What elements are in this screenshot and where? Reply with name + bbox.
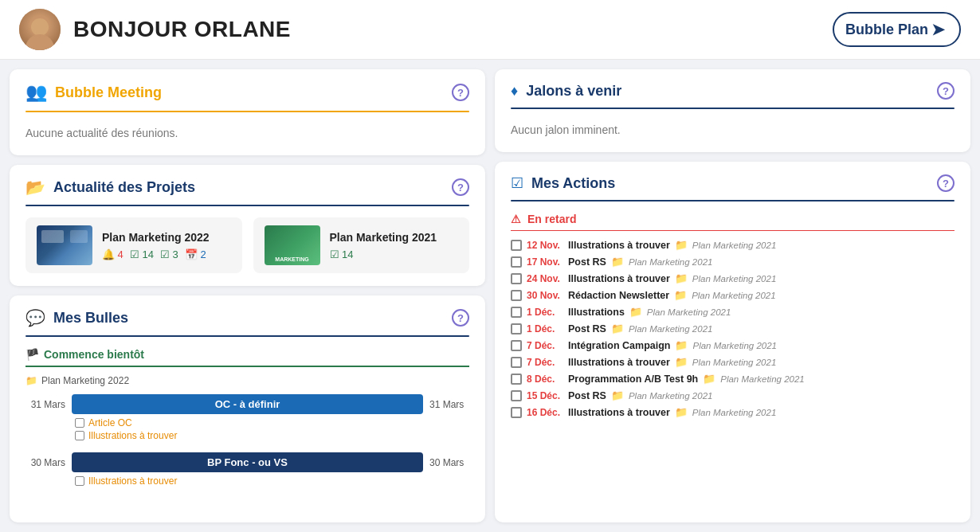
action-item-6[interactable]: 7 Déc. Intégration Campaign 📁 Plan Marke… xyxy=(511,338,955,353)
bulle-task-check-0-0[interactable] xyxy=(75,418,84,428)
action-folder-4: 📁 xyxy=(629,306,642,318)
action-check-7[interactable] xyxy=(511,357,522,368)
actions-divider xyxy=(511,200,955,201)
bulle-task-check-0-1[interactable] xyxy=(75,431,84,440)
action-date-8: 8 Déc. xyxy=(527,374,563,385)
jalons-title-group: ♦ Jalons à venir xyxy=(511,83,621,100)
bubble-meeting-divider xyxy=(25,111,469,112)
actions-checkbox-icon: ☑ xyxy=(511,174,523,192)
action-name-9: Post RS xyxy=(568,390,606,401)
bulle-task-0-0: Article OC xyxy=(72,417,423,428)
action-name-0: Illustrations à trouver xyxy=(568,240,670,251)
action-item-9[interactable]: 15 Déc. Post RS 📁 Plan Marketing 2021 xyxy=(511,388,955,403)
project-info-1: Plan Marketing 2021 ☑ 14 xyxy=(330,231,437,260)
bubble-meeting-help-button[interactable]: ? xyxy=(452,84,469,101)
action-item-5[interactable]: 1 Déc. Post RS 📁 Plan Marketing 2021 xyxy=(511,321,955,336)
project-card-1[interactable]: Plan Marketing 2021 ☑ 14 xyxy=(253,217,470,273)
actualite-help-button[interactable]: ? xyxy=(452,178,469,196)
logo-arrow-icon: ➤ xyxy=(931,20,945,39)
action-folder-6: 📁 xyxy=(675,339,688,351)
jalons-card: ♦ Jalons à venir ? Aucun jalon imminent. xyxy=(495,69,970,152)
project-thumbnail-1 xyxy=(265,225,320,265)
projects-grid: Plan Marketing 2022 🔔 4 ☑ 14 ☑ 3 📅 2 Pla… xyxy=(25,217,469,273)
action-name-6: Intégration Campaign xyxy=(568,340,670,351)
action-folder-9: 📁 xyxy=(611,389,624,401)
action-check-9[interactable] xyxy=(511,390,522,401)
action-project-10: Plan Marketing 2021 xyxy=(692,408,776,417)
bulle-task-text-0-1: Illustrations à trouver xyxy=(88,430,177,441)
action-folder-3: 📁 xyxy=(674,289,687,301)
action-check-6[interactable] xyxy=(511,340,522,351)
avatar-image xyxy=(19,9,61,50)
action-check-3[interactable] xyxy=(511,290,522,301)
action-date-4: 1 Déc. xyxy=(527,307,563,318)
action-check-10[interactable] xyxy=(511,407,522,418)
logo[interactable]: Bubble Plan ➤ xyxy=(833,12,961,47)
bulle-bar-1[interactable]: BP Fonc - ou VS xyxy=(72,452,423,472)
bulle-content-0: OC - à définir Article OC Illustrations … xyxy=(72,394,423,441)
bulles-title: Mes Bulles xyxy=(53,310,128,327)
bulle-task-check-1-0[interactable] xyxy=(75,476,84,486)
actualite-projets-card: 📂 Actualité des Projets ? Plan Marketing… xyxy=(10,165,485,286)
action-name-1: Post RS xyxy=(568,256,606,268)
action-check-2[interactable] xyxy=(511,273,522,284)
action-name-3: Rédaction Newsletter xyxy=(568,290,669,301)
bulle-date-end-1: 30 Mars xyxy=(429,452,469,468)
action-check-4[interactable] xyxy=(511,307,522,318)
action-date-7: 7 Déc. xyxy=(527,357,563,368)
action-date-6: 7 Déc. xyxy=(527,340,563,351)
bubble-meeting-title: Bubble Meeting xyxy=(55,84,162,101)
action-check-8[interactable] xyxy=(511,374,522,385)
action-folder-5: 📁 xyxy=(611,323,624,334)
action-check-5[interactable] xyxy=(511,323,522,334)
actions-header: ☑ Mes Actions ? xyxy=(511,174,955,192)
bulles-icon: 💬 xyxy=(25,308,45,327)
bulle-content-1: BP Fonc - ou VS Illustrations à trouver xyxy=(72,452,423,487)
actions-help-button[interactable]: ? xyxy=(937,174,955,192)
action-item-2[interactable]: 24 Nov. Illustrations à trouver 📁 Plan M… xyxy=(511,271,955,286)
project-name-0: Plan Marketing 2022 xyxy=(102,231,210,244)
action-item-10[interactable]: 16 Déc. Illustrations à trouver 📁 Plan M… xyxy=(511,405,955,420)
action-item-3[interactable]: 30 Nov. Rédaction Newsletter 📁 Plan Mark… xyxy=(511,288,955,303)
en-retard-header: ⚠ En retard xyxy=(511,213,955,225)
action-check-1[interactable] xyxy=(511,256,522,268)
avatar[interactable] xyxy=(19,9,61,50)
flag-icon: 🏴 xyxy=(25,348,39,361)
bulle-bar-0[interactable]: OC - à définir xyxy=(72,394,423,414)
en-retard-divider xyxy=(511,230,955,231)
commence-divider xyxy=(25,366,469,367)
action-item-4[interactable]: 1 Déc. Illustrations 📁 Plan Marketing 20… xyxy=(511,304,955,319)
bulles-divider xyxy=(25,335,469,337)
action-project-2: Plan Marketing 2021 xyxy=(692,274,776,284)
jalons-divider xyxy=(511,108,955,109)
jalons-empty: Aucun jalon imminent. xyxy=(511,120,955,139)
jalons-help-button[interactable]: ? xyxy=(937,82,955,100)
project-card-0[interactable]: Plan Marketing 2022 🔔 4 ☑ 14 ☑ 3 📅 2 xyxy=(25,217,242,273)
project-stats-1: ☑ 14 xyxy=(330,248,437,260)
action-item-7[interactable]: 7 Déc. Illustrations à trouver 📁 Plan Ma… xyxy=(511,354,955,370)
action-folder-1: 📁 xyxy=(611,256,624,268)
action-item-8[interactable]: 8 Déc. Programmation A/B Test 9h 📁 Plan … xyxy=(511,371,955,386)
project-stats-0: 🔔 4 ☑ 14 ☑ 3 📅 2 xyxy=(102,248,210,260)
project-name-1: Plan Marketing 2021 xyxy=(330,231,437,244)
bulle-task-text-1-0: Illustrations à trouver xyxy=(88,475,177,487)
action-project-7: Plan Marketing 2021 xyxy=(692,358,776,367)
action-date-9: 15 Déc. xyxy=(527,390,563,401)
action-name-5: Post RS xyxy=(568,323,606,334)
greeting-text: BONJOUR ORLANE xyxy=(73,17,291,42)
action-folder-7: 📁 xyxy=(675,356,688,368)
actualite-title: Actualité des Projets xyxy=(53,179,195,196)
bulle-row-1: 30 Mars BP Fonc - ou VS Illustrations à … xyxy=(25,452,469,487)
action-item-0[interactable]: 12 Nov. Illustrations à trouver 📁 Plan M… xyxy=(511,237,955,252)
actualite-title-group: 📂 Actualité des Projets xyxy=(25,178,195,197)
action-date-10: 16 Déc. xyxy=(527,407,563,418)
action-item-1[interactable]: 17 Nov. Post RS 📁 Plan Marketing 2021 xyxy=(511,254,955,269)
action-project-8: Plan Marketing 2021 xyxy=(720,374,804,384)
action-date-2: 24 Nov. xyxy=(527,273,563,284)
action-list: 12 Nov. Illustrations à trouver 📁 Plan M… xyxy=(511,237,955,420)
bulles-help-button[interactable]: ? xyxy=(452,309,469,327)
bubble-meeting-title-group: 👥 Bubble Meeting xyxy=(25,82,162,103)
bulle-date-start-0: 31 Mars xyxy=(25,394,65,410)
action-check-0[interactable] xyxy=(511,240,522,251)
header: BONJOUR ORLANE Bubble Plan ➤ xyxy=(0,0,980,60)
